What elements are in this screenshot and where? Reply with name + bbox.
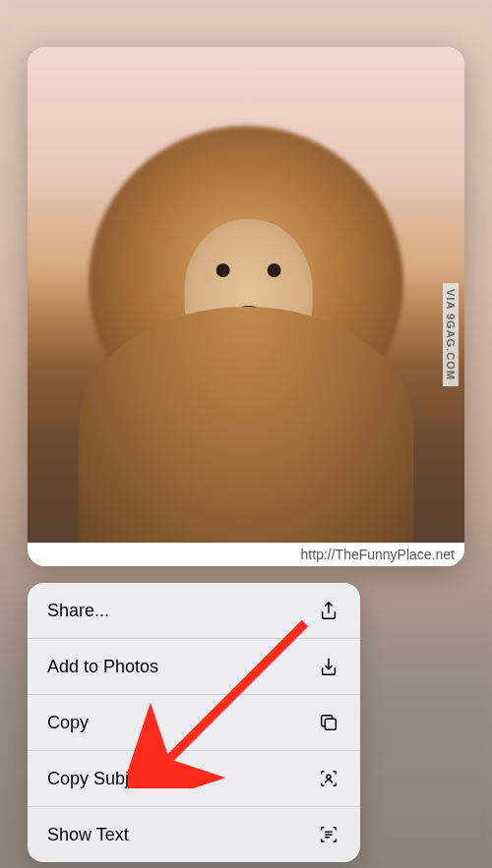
text-scan-icon (317, 823, 340, 846)
menu-item-add-to-photos[interactable]: Add to Photos (28, 639, 360, 695)
watermark-side: VIA 9GAG.COM (443, 283, 459, 386)
image-preview-card[interactable]: VIA 9GAG.COM http://TheFunnyPlace.net (28, 47, 464, 566)
copy-icon (317, 711, 340, 734)
menu-item-label: Add to Photos (47, 657, 158, 677)
context-menu: Share... Add to Photos Copy Copy Subject… (28, 583, 360, 862)
menu-item-copy[interactable]: Copy (28, 695, 360, 751)
watermark-bottom: http://TheFunnyPlace.net (28, 543, 464, 566)
menu-item-share[interactable]: Share... (28, 583, 360, 639)
menu-item-label: Copy Subject (47, 769, 153, 789)
download-icon (317, 655, 340, 678)
menu-item-label: Share... (47, 601, 109, 621)
menu-item-label: Show Text (47, 825, 129, 845)
menu-item-label: Copy (47, 713, 89, 733)
menu-item-show-text[interactable]: Show Text (28, 807, 360, 862)
image-content (79, 307, 413, 543)
svg-rect-0 (325, 719, 336, 729)
preview-image: VIA 9GAG.COM (28, 47, 464, 543)
svg-point-1 (327, 775, 331, 779)
share-icon (317, 599, 340, 622)
menu-item-copy-subject[interactable]: Copy Subject (28, 751, 360, 807)
subject-icon (317, 767, 340, 790)
